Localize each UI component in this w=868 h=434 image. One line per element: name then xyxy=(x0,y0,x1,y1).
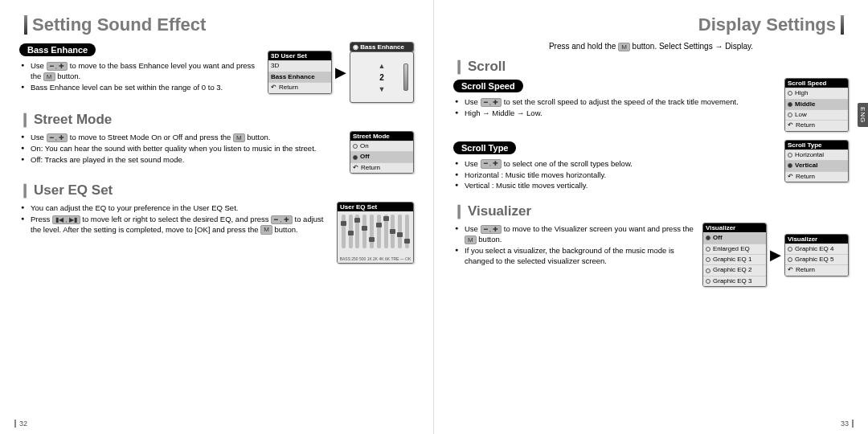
scroll-type-pill: Scroll Type xyxy=(453,141,516,154)
prev-next-icon: ▮◀ , ▶▮ xyxy=(52,215,80,225)
return-icon: ↶ xyxy=(788,173,793,181)
eq-handle-icon xyxy=(354,218,360,223)
visualizer-section: Use ━ , ✚ to move to the Visualizer scre… xyxy=(453,223,849,287)
hdr: ◉ Bass Enhance xyxy=(350,43,413,51)
eq-handle-icon xyxy=(390,229,395,234)
arrow-right-icon: ▶ xyxy=(335,63,346,81)
sm-b1: Use ━ , ✚ to move to Street Mode On or O… xyxy=(31,133,343,143)
street-screen: Street Mode On Off ↶Return xyxy=(350,131,414,174)
eq-band-label: — xyxy=(400,256,404,261)
radio-icon xyxy=(788,113,792,117)
eq-slider xyxy=(355,215,359,248)
eq-band-label: 1K xyxy=(367,256,372,261)
language-tab: ENG xyxy=(858,103,868,127)
divider-icon xyxy=(24,15,27,35)
eq-b1: You can adjust the EQ to your preference… xyxy=(31,203,330,214)
eq-handle-icon xyxy=(341,221,346,226)
eq-slider xyxy=(391,215,395,248)
m-button-icon: M xyxy=(43,72,55,82)
value: 2 xyxy=(379,73,384,82)
page-title: Setting Sound Effect xyxy=(32,14,206,35)
radio-icon xyxy=(706,268,710,273)
eq-band-label: 500 xyxy=(359,256,366,261)
eq-slider xyxy=(377,215,381,248)
eq-handle-icon xyxy=(376,223,382,227)
radio-icon xyxy=(788,91,792,96)
sm-b3: Off: Tracks are played in the set sound … xyxy=(31,155,343,166)
bass-screens: 3D User Set 3D Bass Enhance ↶Return ▶ ◉ … xyxy=(268,42,414,103)
radio-on-icon xyxy=(706,235,710,240)
scroll-type-section: Scroll Type Use ━ , ✚ to select one of t… xyxy=(453,140,849,194)
street-mode-section: Use ━ , ✚ to move to Street Mode On or O… xyxy=(19,131,414,174)
eq-band-label: 4K xyxy=(379,256,384,261)
slider-icon xyxy=(403,63,408,91)
eq-slider xyxy=(370,215,374,248)
radio-icon xyxy=(788,153,792,158)
eq-band-label: OK xyxy=(405,256,411,261)
m-button-icon: M xyxy=(465,235,477,245)
radio-icon xyxy=(788,247,792,252)
divider-icon xyxy=(841,15,844,35)
right-page: Display Settings Press and hold the M bu… xyxy=(434,0,868,434)
eq-slider xyxy=(362,215,366,248)
minus-plus-icon: ━ , ✚ xyxy=(271,215,293,225)
minus-plus-icon: ━ , ✚ xyxy=(47,62,68,72)
eq-slider xyxy=(405,215,409,248)
return-icon: ↶ xyxy=(271,84,276,92)
eq-slider xyxy=(342,215,346,248)
page-number: 32 xyxy=(14,420,27,428)
return-icon: ↶ xyxy=(353,164,358,172)
eq-handle-icon xyxy=(404,239,410,244)
bass-enhance-pill: Bass Enhance xyxy=(19,43,96,56)
radio-icon xyxy=(353,144,358,149)
device-scroll-type: Scroll Type Horizontal Vertical ↶Return xyxy=(784,140,849,182)
street-mode-title: ❙Street Mode xyxy=(19,111,414,128)
eq-band-label: BASS xyxy=(340,256,350,261)
page-number: 33 xyxy=(841,420,854,428)
header-left: Setting Sound Effect xyxy=(19,14,414,35)
bass-enhance-section: Bass Enhance Use ━ , ✚ to move to the ba… xyxy=(19,42,414,103)
page-title: Display Settings xyxy=(698,14,836,35)
eq-handle-icon xyxy=(362,226,367,231)
radio-on-icon xyxy=(788,163,792,168)
radio-icon xyxy=(706,247,710,252)
t: Use xyxy=(31,61,47,70)
device-3d-user-set: 3D User Set 3D Bass Enhance ↶Return xyxy=(268,51,332,93)
minus-plus-icon: ━ , ✚ xyxy=(481,225,502,235)
eq-band-label: TRE xyxy=(391,256,399,261)
minus-plus-icon: ━ , ✚ xyxy=(481,159,502,169)
hdr: 3D User Set xyxy=(268,51,331,60)
opt-sel: Bass Enhance xyxy=(268,72,331,82)
eq-slider xyxy=(349,215,353,248)
scroll-title: ❙Scroll xyxy=(453,58,849,75)
up-icon: ▲ xyxy=(379,62,386,70)
opt: 3D xyxy=(268,60,331,71)
opt-return: ↶Return xyxy=(268,82,331,92)
eq-band-label: 2K xyxy=(373,256,378,261)
m-button-icon: M xyxy=(233,133,245,143)
header-right: Display Settings xyxy=(453,14,849,35)
eq-band-label: 6K xyxy=(385,256,390,261)
return-icon: ↶ xyxy=(788,121,793,129)
left-page: Setting Sound Effect Bass Enhance Use ━ … xyxy=(0,0,434,434)
eq-band-label: 250 xyxy=(351,256,358,261)
device-visualizer-1: Visualizer Off Enlarged EQ Graphic EQ 1 … xyxy=(702,223,767,287)
sm-b2: On: You can hear the sound with better q… xyxy=(31,144,343,154)
eq-b2: Press ▮◀ , ▶▮ to move left or right to s… xyxy=(31,215,330,235)
minus-plus-icon: ━ , ✚ xyxy=(47,133,68,143)
bass-b1: Use ━ , ✚ to move to the bass Enhance le… xyxy=(31,61,261,82)
device-street-mode: Street Mode On Off ↶Return xyxy=(350,131,414,174)
radio-on-icon xyxy=(788,102,792,107)
scroll-speed-pill: Scroll Speed xyxy=(453,80,523,92)
m-button-icon: M xyxy=(618,43,630,52)
manual-spread: Setting Sound Effect Bass Enhance Use ━ … xyxy=(0,0,868,434)
eq-handle-icon xyxy=(383,216,389,221)
device-visualizer-2: Visualizer Graphic EQ 4 Graphic EQ 5 ↶Re… xyxy=(784,234,849,276)
visualizer-title: ❙Visualizer xyxy=(453,203,849,219)
radio-icon xyxy=(788,257,792,262)
minus-plus-icon: ━ , ✚ xyxy=(481,98,502,108)
device-bass-slider: ◉ Bass Enhance ▲ 2 ▼ xyxy=(350,42,414,103)
device-user-eq: User EQ Set BASS2505001K2K4K6KTRE—OK xyxy=(337,202,414,264)
eq-slider xyxy=(384,215,388,248)
user-eq-section: You can adjust the EQ to your preference… xyxy=(19,202,414,264)
